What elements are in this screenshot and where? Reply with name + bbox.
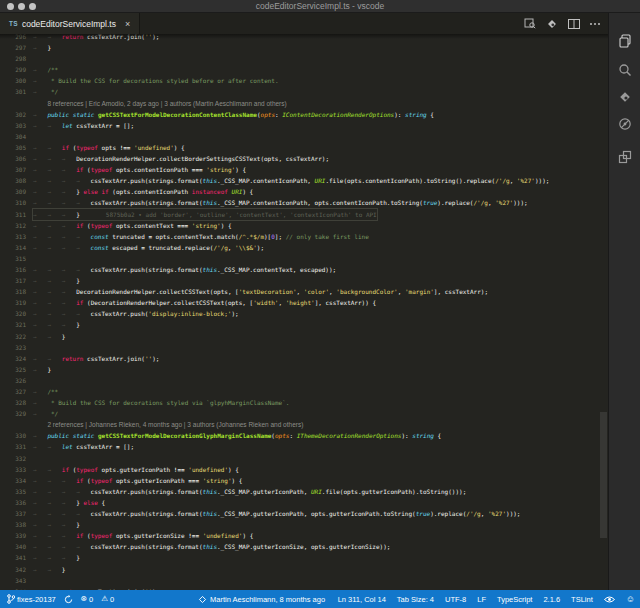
- tab-whitespace-arrow: →: [33, 42, 47, 53]
- tab-whitespace-arrow: →: [33, 142, 47, 153]
- code-line[interactable]: 328→ * Build the CSS for decorations sty…: [0, 397, 608, 408]
- code-line[interactable]: 310→→→→cssTextArr.push(strings.format(th…: [0, 197, 608, 208]
- tab-whitespace-arrow: →: [33, 64, 47, 75]
- code-line[interactable]: 332: [0, 453, 608, 464]
- code-line[interactable]: 309→→→} else if (opts.contentIconPath in…: [0, 186, 608, 197]
- codelens-text[interactable]: 2 references | Johannes Rieken, 4 months…: [47, 421, 303, 428]
- gitlens-activity-icon[interactable]: [609, 90, 640, 104]
- code-line[interactable]: 305→→if (typeof opts !== 'undefined') {: [0, 142, 608, 153]
- line-number: 296: [0, 34, 26, 42]
- code-line[interactable]: 319→→→if (DecorationRenderHelper.collect…: [0, 297, 608, 308]
- search-icon[interactable]: [609, 63, 640, 77]
- code-line[interactable]: 301→ */: [0, 86, 608, 97]
- code-line[interactable]: 337→→→→cssTextArr.push(strings.format(th…: [0, 508, 608, 519]
- eye-icon[interactable]: [604, 596, 615, 603]
- sync-item[interactable]: [64, 595, 73, 604]
- git-blame-item[interactable]: Martin Aeschlimann, 8 months ago: [210, 595, 325, 604]
- code-line[interactable]: 342→→}: [0, 564, 608, 575]
- code-line[interactable]: 316→→→→cssTextArr.push(strings.format(th…: [0, 264, 608, 275]
- line-number: 335: [0, 486, 26, 497]
- code-line[interactable]: 297→}: [0, 42, 608, 53]
- line-number: 308: [0, 175, 26, 186]
- code-line[interactable]: 300→ * Build the CSS for decorations sty…: [0, 75, 608, 86]
- code-line[interactable]: 325→}: [0, 364, 608, 375]
- line-number: 297: [0, 42, 26, 53]
- code-line[interactable]: 298: [0, 53, 608, 64]
- code-line[interactable]: 331→→let cssTextArr = [];: [0, 441, 608, 452]
- typescript-version-item[interactable]: 2.1.6: [543, 595, 560, 604]
- line-number: 301: [0, 86, 26, 97]
- code-line[interactable]: 336→→→} else {: [0, 497, 608, 508]
- code-line[interactable]: 334→→→if (typeof opts.gutterIconPath ===…: [0, 475, 608, 486]
- code-line[interactable]: 323: [0, 342, 608, 353]
- codelens-row[interactable]: 8 references | Eric Amodio, 2 days ago |…: [0, 98, 608, 109]
- open-preview-icon[interactable]: [524, 18, 536, 29]
- line-number: 316: [0, 264, 26, 275]
- code-line[interactable]: 329→ */: [0, 408, 608, 419]
- code-line[interactable]: 322→→}: [0, 331, 608, 342]
- code-line[interactable]: 343: [0, 575, 608, 586]
- code-line[interactable]: 303→→let cssTextArr = [];: [0, 120, 608, 131]
- line-number: 310: [0, 197, 26, 208]
- warnings-item[interactable]: ⚠ 0: [101, 595, 114, 604]
- explorer-icon[interactable]: [609, 34, 640, 48]
- tab-close-icon[interactable]: ×: [125, 19, 130, 29]
- error-count: 0: [89, 595, 93, 604]
- code-line[interactable]: 296→→return cssTextArr.join('');: [0, 34, 608, 42]
- code-line[interactable]: 333→→if (typeof opts.gutterIconPath !== …: [0, 464, 608, 475]
- code-line[interactable]: 315: [0, 253, 608, 264]
- code-line[interactable]: 313→→→→const truncated = opts.contentTex…: [0, 231, 608, 242]
- code-line[interactable]: 312→→→if (typeof opts.contentText === 's…: [0, 220, 608, 231]
- tab-whitespace-arrow: →: [76, 197, 90, 208]
- codelens-row[interactable]: 2 references | Johannes Rieken, 4 months…: [0, 419, 608, 430]
- tab-bar: TS codeEditorServiceImpl.ts ×: [0, 13, 608, 34]
- language-mode-item[interactable]: TypeScript: [497, 595, 532, 604]
- code-line[interactable]: 308→→→→cssTextArr.push(strings.format(th…: [0, 175, 608, 186]
- encoding-item[interactable]: UTF-8: [445, 595, 466, 604]
- code-line[interactable]: 339→→→if (typeof opts.gutterIconSize !==…: [0, 530, 608, 541]
- line-number: 343: [0, 575, 26, 586]
- code-line[interactable]: 299→/**: [0, 64, 608, 75]
- code-line[interactable]: 324→→return cssTextArr.join('');: [0, 353, 608, 364]
- gitlens-icon[interactable]: [546, 18, 558, 30]
- line-number: 299: [0, 64, 26, 75]
- errors-item[interactable]: ⊗ 0: [81, 595, 93, 604]
- code-line[interactable]: 330→public static getCSSTextForModelDeco…: [0, 430, 608, 441]
- code-line[interactable]: 320→→→→cssTextArr.push('display:inline-b…: [0, 308, 608, 319]
- code-line[interactable]: 340→→→→cssTextArr.push(strings.format(th…: [0, 541, 608, 552]
- tab-whitespace-arrow: →: [33, 220, 47, 231]
- line-number: 331: [0, 441, 26, 452]
- code-line[interactable]: 327→/**: [0, 386, 608, 397]
- code-line[interactable]: 311→→→}5875b0a2 • add 'border', 'outline…: [0, 209, 608, 220]
- debug-disabled-icon[interactable]: [609, 117, 640, 131]
- code-line[interactable]: 321→→→}: [0, 319, 608, 330]
- code-line[interactable]: 341→→→}: [0, 552, 608, 563]
- feedback-smiley-icon[interactable]: ☺: [626, 595, 635, 604]
- eol-item[interactable]: LF: [477, 595, 486, 604]
- tab-whitespace-arrow: →: [62, 264, 76, 275]
- code-line[interactable]: 318→→→DecorationRenderHelper.collectCSST…: [0, 286, 608, 297]
- editor-pane[interactable]: 296→→return cssTextArr.join('');297→}298…: [0, 34, 608, 590]
- extensions-icon[interactable]: [609, 150, 640, 164]
- git-branch-item[interactable]: fixes-20137: [7, 594, 56, 604]
- code-line[interactable]: 317→→→}: [0, 275, 608, 286]
- line-number: 340: [0, 541, 26, 552]
- cursor-position-item[interactable]: Ln 311, Col 14: [338, 595, 386, 604]
- tab-codeEditorServiceImpl[interactable]: TS codeEditorServiceImpl.ts ×: [0, 13, 140, 34]
- code-line[interactable]: 304: [0, 131, 608, 142]
- more-actions-icon[interactable]: [590, 23, 600, 25]
- split-editor-icon[interactable]: [568, 19, 580, 29]
- code-line[interactable]: 302→public static getCSSTextForModelDeco…: [0, 109, 608, 120]
- tslint-item[interactable]: TSLint: [571, 595, 593, 604]
- code-line[interactable]: 326: [0, 375, 608, 386]
- tab-size-item[interactable]: Tab Size: 4: [397, 595, 434, 604]
- codelens-text[interactable]: 8 references | Eric Amodio, 2 days ago |…: [47, 100, 286, 107]
- vertical-scrollbar-thumb[interactable]: [600, 412, 607, 538]
- line-number: 339: [0, 530, 26, 541]
- code-line[interactable]: 307→→→if (typeof opts.contentIconPath ==…: [0, 164, 608, 175]
- branch-name: fixes-20137: [17, 595, 56, 604]
- code-line[interactable]: 306→→→DecorationRenderHelper.collectBord…: [0, 153, 608, 164]
- code-line[interactable]: 314→→→→const escaped = truncated.replace…: [0, 242, 608, 253]
- code-line[interactable]: 338→→→}: [0, 519, 608, 530]
- code-line[interactable]: 335→→→→cssTextArr.push(strings.format(th…: [0, 486, 608, 497]
